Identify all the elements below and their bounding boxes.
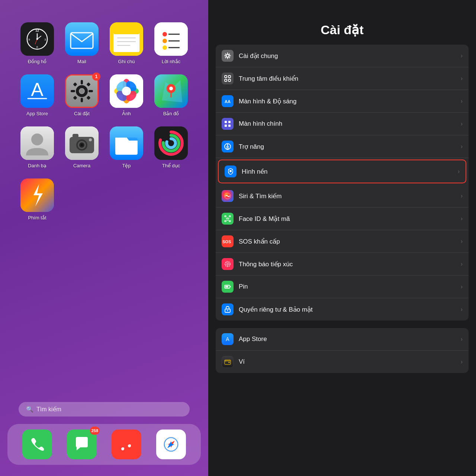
settings-list: Cài đặt chung › Trung tâm điều khiển ›	[208, 45, 476, 476]
svg-rect-90	[225, 121, 227, 123]
accessibility-icon	[222, 141, 234, 152]
svg-rect-88	[228, 79, 231, 81]
appstore-settings-chevron: ›	[461, 336, 463, 342]
app-item-shortcuts[interactable]: Phím tắt	[17, 178, 58, 227]
settings-item-display[interactable]: AA Màn hình & Độ sáng ›	[216, 90, 469, 113]
svg-point-30	[80, 89, 84, 93]
settings-title: Cài đặt	[219, 22, 465, 37]
svg-rect-104	[225, 221, 226, 222]
battery-chevron: ›	[461, 283, 463, 290]
svg-point-61	[81, 144, 83, 146]
app-item-maps[interactable]: Bản đồ	[151, 74, 192, 123]
svg-text:AA: AA	[225, 99, 231, 104]
svg-rect-103	[229, 216, 231, 217]
svg-rect-85	[225, 75, 227, 78]
svg-text:A: A	[226, 336, 229, 342]
svg-point-21	[163, 39, 167, 43]
app-item-mail[interactable]: Mail	[61, 22, 102, 71]
svg-rect-86	[228, 75, 231, 78]
display-chevron: ›	[461, 98, 463, 104]
svg-rect-91	[228, 121, 231, 123]
svg-rect-13	[113, 33, 139, 52]
homescreen-icon	[222, 118, 234, 130]
svg-rect-87	[225, 79, 227, 81]
wallpaper-label: Hình nền	[242, 168, 458, 176]
messages-badge: 258	[90, 427, 100, 435]
svg-text:3: 3	[44, 38, 46, 41]
dock-item-safari[interactable]	[156, 430, 186, 459]
settings-item-sos[interactable]: SOS SOS khẩn cấp ›	[216, 230, 469, 253]
control-center-icon	[222, 73, 234, 84]
app-item-camera[interactable]: Camera	[61, 126, 102, 175]
settings-item-faceid[interactable]: Face ID & Mật mã ›	[216, 208, 469, 230]
privacy-label: Quyền riêng tư & Bảo mật	[239, 306, 461, 313]
svg-rect-92	[225, 125, 227, 127]
settings-item-accessibility[interactable]: Trợ năng ›	[216, 135, 469, 158]
svg-rect-34	[89, 90, 93, 92]
siri-label: Siri & Tìm kiếm	[239, 192, 461, 200]
svg-rect-32	[81, 98, 83, 102]
app-label-contacts: Danh bạ	[28, 163, 46, 168]
app-item-files[interactable]: Tệp	[106, 126, 147, 175]
dock-item-music[interactable]	[112, 430, 141, 459]
app-item-photos[interactable]: Ảnh	[106, 74, 147, 123]
sos-chevron: ›	[461, 238, 463, 245]
svg-rect-115	[225, 286, 228, 287]
settings-panel: Cài đặt	[208, 0, 476, 476]
app-label-settings: Cài đặt	[74, 111, 90, 116]
appstore-settings-label: App Store	[239, 335, 461, 343]
settings-item-control-center[interactable]: Trung tâm điều khiển ›	[216, 67, 469, 90]
svg-point-19	[163, 32, 167, 36]
svg-point-117	[227, 310, 228, 311]
app-item-clock[interactable]: 12 3 6 9 Đồng hồ	[17, 22, 58, 71]
svg-rect-31	[81, 80, 83, 84]
svg-point-76	[226, 54, 229, 57]
exposure-icon	[222, 258, 234, 270]
svg-text:9: 9	[28, 38, 30, 41]
general-label: Cài đặt chung	[239, 52, 461, 60]
accessibility-label: Trợ năng	[239, 143, 461, 151]
svg-rect-105	[229, 221, 231, 222]
app-item-contacts[interactable]: Danh bạ	[17, 126, 58, 175]
settings-item-appstore[interactable]: A App Store ›	[216, 328, 469, 351]
svg-text:A: A	[31, 79, 44, 100]
settings-item-siri[interactable]: Siri & Tìm kiếm ›	[216, 185, 469, 208]
dock-item-phone[interactable]	[22, 430, 52, 459]
settings-header: Cài đặt	[208, 0, 476, 45]
svg-point-23	[163, 45, 167, 50]
app-item-settings[interactable]: 1 Cài đặt	[61, 74, 102, 123]
app-item-fitness[interactable]: Thể dục	[151, 126, 192, 175]
app-item-appstore[interactable]: A App Store	[17, 74, 58, 123]
settings-item-exposure[interactable]: Thông báo tiếp xúc ›	[216, 253, 469, 276]
settings-item-privacy[interactable]: Quyền riêng tư & Bảo mật ›	[216, 298, 469, 321]
svg-rect-83	[225, 57, 226, 58]
app-label-reminders: Lời nhắc	[162, 59, 181, 64]
settings-item-general[interactable]: Cài đặt chung ›	[216, 45, 469, 67]
display-icon: AA	[222, 95, 234, 107]
svg-point-51	[169, 87, 173, 90]
app-label-clock: Đồng hồ	[28, 59, 47, 64]
svg-text:SOS: SOS	[222, 239, 231, 244]
svg-rect-62	[73, 134, 78, 138]
sos-icon: SOS	[222, 235, 234, 247]
app-label-photos: Ảnh	[122, 111, 131, 116]
settings-group-bottom: A App Store › Ví ›	[216, 328, 469, 373]
app-item-reminders[interactable]: Lời nhắc	[151, 22, 192, 71]
svg-point-55	[31, 134, 43, 145]
svg-text:12: 12	[35, 29, 39, 32]
settings-item-battery[interactable]: Pin ›	[216, 276, 469, 298]
app-item-notes[interactable]: Ghi chú	[106, 22, 147, 71]
search-bar[interactable]: 🔍 Tìm kiếm	[19, 402, 190, 416]
sos-label: SOS khẩn cấp	[239, 238, 461, 245]
settings-item-wallpaper[interactable]: Hình nền ›	[218, 160, 466, 183]
svg-rect-78	[227, 58, 228, 59]
settings-item-homescreen[interactable]: Màn hình chính ›	[216, 113, 469, 135]
search-label: Tìm kiếm	[36, 406, 61, 413]
app-label-shortcuts: Phím tắt	[28, 215, 46, 221]
settings-item-wallet[interactable]: Ví ›	[216, 351, 469, 373]
dock-item-messages[interactable]: 258	[67, 430, 97, 459]
siri-icon	[222, 190, 234, 202]
app-label-maps: Bản đồ	[163, 111, 179, 116]
dock: 258	[7, 424, 201, 465]
svg-rect-102	[225, 216, 226, 217]
